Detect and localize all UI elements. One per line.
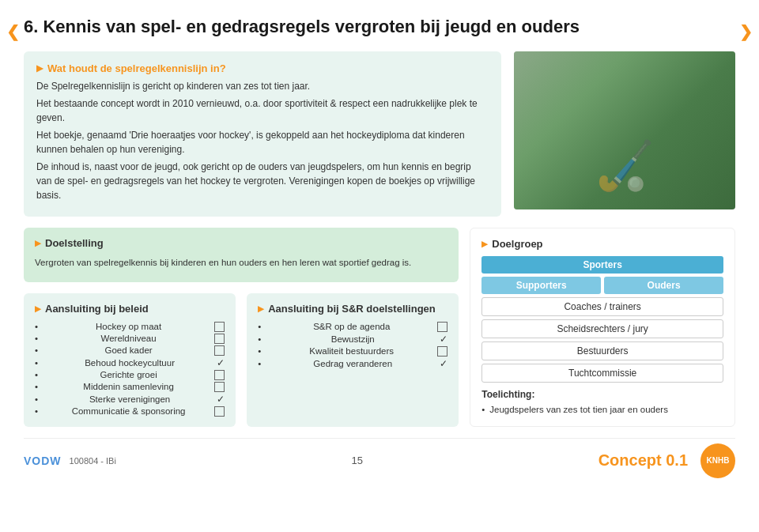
- beleid-list: Hockey op maat Wereldniveau Goed kader B…: [35, 321, 225, 417]
- footer-left: VODW 100804 - IBi: [24, 455, 116, 467]
- check-icon: ✓: [440, 358, 447, 369]
- left-column: Doelstelling Vergroten van spelregelkenn…: [24, 228, 459, 427]
- middle-row: Aansluiting bij beleid Hockey op maat We…: [24, 293, 459, 427]
- checkbox-icon: [214, 322, 225, 332]
- sr-title: Aansluiting bij S&R doelstellingen: [258, 303, 447, 315]
- list-item: Hockey op maat: [35, 321, 225, 333]
- hockey-image: [514, 51, 735, 209]
- doelgroep-split-row: Supporters Ouders: [481, 277, 723, 294]
- doelgroep-title: Doelgroep: [481, 238, 723, 250]
- checkbox-icon: [214, 382, 225, 392]
- doelstelling-title: Doelstelling: [35, 237, 447, 249]
- doelgroep-ouders: Ouders: [604, 277, 723, 294]
- checkbox-icon: [437, 346, 447, 357]
- spelregel-text2: Het bestaande concept wordt in 2010 vern…: [36, 96, 489, 125]
- sr-list: S&R op de agenda Bewustzijn✓ Kwaliteit b…: [258, 321, 447, 370]
- spelregel-text3: Het boekje, genaamd 'Drie hoeraatjes voo…: [36, 128, 489, 157]
- top-section: Wat houdt de spelregelkennislijn in? De …: [24, 51, 735, 217]
- spelregel-text1: De Spelregelkennislijn is gericht op kin…: [36, 79, 489, 93]
- nav-arrow-right[interactable]: ❯: [739, 22, 753, 41]
- nav-arrow-left[interactable]: ❮: [6, 22, 20, 41]
- doelgroep-coaches: Coaches / trainers: [481, 297, 723, 316]
- list-item: Kwaliteit bestuurders: [258, 345, 447, 357]
- list-item: Middenin samenleving: [35, 381, 225, 393]
- doelgroep-sporters: Sporters: [481, 256, 723, 274]
- doelgroep-supporters: Supporters: [481, 277, 601, 294]
- check-icon: ✓: [440, 334, 447, 345]
- list-item: Sterke verenigingen✓: [35, 393, 225, 406]
- check-icon: ✓: [217, 357, 225, 368]
- toelichting-list: Jeugdspelers van zes tot tien jaar en ou…: [481, 403, 723, 417]
- page-container: ❮ ❯ 6. Kennis van spel- en gedragsregels…: [0, 0, 759, 532]
- page-title: 6. Kennis van spel- en gedragsregels ver…: [24, 16, 735, 39]
- list-item: Wereldniveau: [35, 333, 225, 345]
- checkbox-icon: [214, 370, 225, 380]
- list-item: Gerichte groei: [35, 369, 225, 381]
- doelstelling-box: Doelstelling Vergroten van spelregelkenn…: [24, 228, 459, 282]
- check-icon: ✓: [217, 394, 225, 405]
- list-item: Bewustzijn✓: [258, 333, 447, 345]
- spelregel-box: Wat houdt de spelregelkennislijn in? De …: [24, 51, 501, 217]
- vodw-logo: VODW: [24, 455, 62, 467]
- concept-text: Concept 0.1: [599, 451, 688, 470]
- main-grid: Doelstelling Vergroten van spelregelkenn…: [24, 228, 735, 427]
- list-item: Gedrag veranderen✓: [258, 357, 447, 370]
- footer-right: Concept 0.1 KNHB: [599, 443, 735, 478]
- doelgroep-box: Doelgroep Sporters Supporters Ouders Coa…: [470, 228, 735, 427]
- doelgroep-scheids: Scheidsrechters / jury: [481, 319, 723, 338]
- list-item: S&R op de agenda: [258, 321, 447, 333]
- spelregel-label: Wat houdt de spelregelkennislijn in?: [36, 62, 489, 74]
- toelichting-item: Jeugdspelers van zes tot tien jaar en ou…: [481, 403, 723, 417]
- sr-box: Aansluiting bij S&R doelstellingen S&R o…: [247, 293, 459, 427]
- checkbox-icon: [437, 322, 447, 332]
- beleid-title: Aansluiting bij beleid: [35, 303, 225, 315]
- knhb-logo: KNHB: [700, 443, 735, 478]
- doelgroep-bestuurders: Bestuurders: [481, 341, 723, 360]
- toelichting-title: Toelichting:: [481, 389, 723, 400]
- spelregel-text4: De inhoud is, naast voor de jeugd, ook g…: [36, 160, 489, 202]
- footer: VODW 100804 - IBi 15 Concept 0.1 KNHB: [24, 438, 735, 478]
- doelgroep-tucht: Tuchtcommissie: [481, 364, 723, 383]
- beleid-box: Aansluiting bij beleid Hockey op maat We…: [24, 293, 236, 427]
- list-item: Behoud hockeycultuur✓: [35, 357, 225, 369]
- doelstelling-text: Vergroten van spelregelkennis bij kinder…: [35, 255, 447, 270]
- checkbox-icon: [214, 334, 225, 344]
- footer-code: 100804 - IBi: [70, 456, 116, 466]
- list-item: Goed kader: [35, 345, 225, 357]
- list-item: Communicatie & sponsoring: [35, 406, 225, 417]
- hockey-image-sim: [514, 51, 735, 209]
- footer-page: 15: [352, 455, 363, 466]
- checkbox-icon: [214, 345, 225, 356]
- checkbox-icon: [214, 406, 225, 417]
